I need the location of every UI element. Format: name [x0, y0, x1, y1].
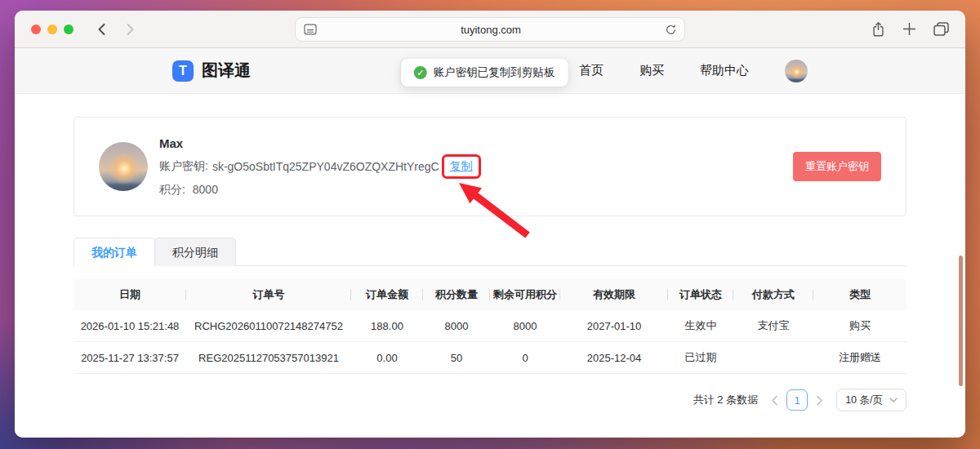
web-page: T 图译通 首页 购买 帮助中心 ✓ 账户密钥已复制到剪贴板	[15, 48, 965, 438]
cell-date: 2025-11-27 13:37:57	[74, 352, 186, 364]
toast-notification: ✓ 账户密钥已复制到剪贴板	[401, 59, 568, 87]
nav-item-home[interactable]: 首页	[579, 63, 604, 78]
close-window-button[interactable]	[31, 24, 41, 34]
page-menu-icon[interactable]	[304, 24, 317, 35]
address-bar[interactable]: tuyitong.com	[296, 18, 684, 41]
total-count-text: 共计 2 条数据	[693, 393, 758, 407]
share-icon[interactable]	[871, 21, 885, 38]
profile-avatar	[99, 142, 148, 191]
cell-order-no: RCHG20260110072148274752	[186, 320, 351, 332]
site-logo[interactable]: T 图译通	[172, 60, 251, 82]
reload-icon[interactable]	[665, 24, 677, 36]
top-navigation: 首页 购买 帮助中心	[579, 60, 808, 82]
browser-toolbar: tuyitong.com	[15, 11, 965, 48]
site-title: 图译通	[202, 60, 251, 82]
page-size-select[interactable]: 10 条/页	[836, 389, 906, 411]
next-page-icon[interactable]	[816, 395, 823, 406]
cell-type: 注册赠送	[813, 350, 906, 365]
browser-window: tuyitong.com	[15, 11, 965, 438]
annotation-highlight-box: 复制	[442, 154, 481, 179]
nav-item-buy[interactable]: 购买	[639, 63, 664, 78]
cell-date: 2026-01-10 15:21:48	[74, 320, 186, 332]
cell-amount: 188.00	[351, 320, 423, 332]
col-order-no: 订单号	[186, 287, 351, 302]
cell-validity: 2025-12-04	[560, 352, 668, 364]
col-payment: 付款方式	[733, 287, 813, 302]
table-header-row: 日期 订单号 订单金额 积分数量 剩余可用积分 有效期限 订单状态 付款方式 类…	[74, 279, 906, 310]
page-number-button[interactable]: 1	[786, 389, 808, 411]
minimize-window-button[interactable]	[47, 24, 57, 34]
toast-message: 账户密钥已复制到剪贴板	[434, 65, 555, 80]
table-row: 2025-11-27 13:37:57 REG20251127053757013…	[74, 342, 906, 374]
url-text: tuyitong.com	[317, 24, 665, 36]
col-date: 日期	[74, 287, 186, 302]
cell-remaining: 8000	[490, 320, 560, 332]
col-validity: 有效期限	[560, 287, 668, 302]
user-avatar[interactable]	[785, 60, 808, 82]
tab-my-orders[interactable]: 我的订单	[74, 238, 155, 266]
cell-validity: 2027-01-10	[560, 320, 668, 332]
tab-overview-icon[interactable]	[933, 22, 949, 36]
pagination: 共计 2 条数据 1 10 条/页	[74, 389, 906, 411]
cell-payment: 支付宝	[733, 318, 813, 333]
points-value: 8000	[193, 183, 218, 196]
col-remaining: 剩余可用积分	[490, 287, 560, 302]
account-key-value: sk-gO5oSbtITq25ZPY04vZ6OZQXZHtYregC	[212, 160, 439, 173]
scrollbar-thumb[interactable]	[959, 256, 963, 386]
col-status: 订单状态	[668, 287, 733, 302]
cell-remaining: 0	[490, 352, 560, 364]
cell-points: 50	[423, 352, 490, 364]
tab-points-detail[interactable]: 积分明细	[154, 238, 236, 266]
nav-item-help[interactable]: 帮助中心	[700, 63, 749, 78]
table-row: 2026-01-10 15:21:48 RCHG2026011007214827…	[74, 310, 906, 342]
user-name: Max	[159, 136, 481, 150]
success-check-icon: ✓	[414, 66, 427, 79]
orders-table: 日期 订单号 订单金额 积分数量 剩余可用积分 有效期限 订单状态 付款方式 类…	[74, 279, 906, 374]
col-points: 积分数量	[423, 287, 490, 302]
logo-icon: T	[172, 60, 194, 82]
cell-order-no: REG20251127053757013921	[186, 352, 351, 364]
orders-tabs: 我的订单 积分明细	[74, 238, 906, 266]
col-amount: 订单金额	[351, 287, 423, 302]
col-type: 类型	[813, 287, 906, 302]
cell-points: 8000	[423, 320, 490, 332]
copy-key-link[interactable]: 复制	[450, 159, 473, 172]
new-tab-icon[interactable]	[902, 22, 916, 36]
page-size-value: 10 条/页	[845, 393, 883, 407]
back-icon[interactable]	[96, 23, 106, 36]
account-card: Max 账户密钥: sk-gO5oSbtITq25ZPY04vZ6OZQXZHt…	[74, 117, 906, 216]
chevron-down-icon	[889, 398, 898, 402]
cell-status: 已过期	[668, 350, 733, 365]
desktop-wallpaper: tuyitong.com	[0, 0, 980, 449]
reset-key-button[interactable]: 重置账户密钥	[793, 152, 881, 181]
zoom-window-button[interactable]	[64, 24, 74, 34]
points-label: 积分:	[159, 183, 185, 196]
forward-icon[interactable]	[126, 23, 136, 36]
cell-status: 生效中	[668, 318, 733, 333]
prev-page-icon[interactable]	[771, 395, 778, 406]
cell-type: 购买	[813, 318, 906, 333]
account-key-label: 账户密钥:	[159, 159, 208, 174]
window-controls	[31, 24, 74, 34]
cell-amount: 0.00	[351, 352, 423, 364]
